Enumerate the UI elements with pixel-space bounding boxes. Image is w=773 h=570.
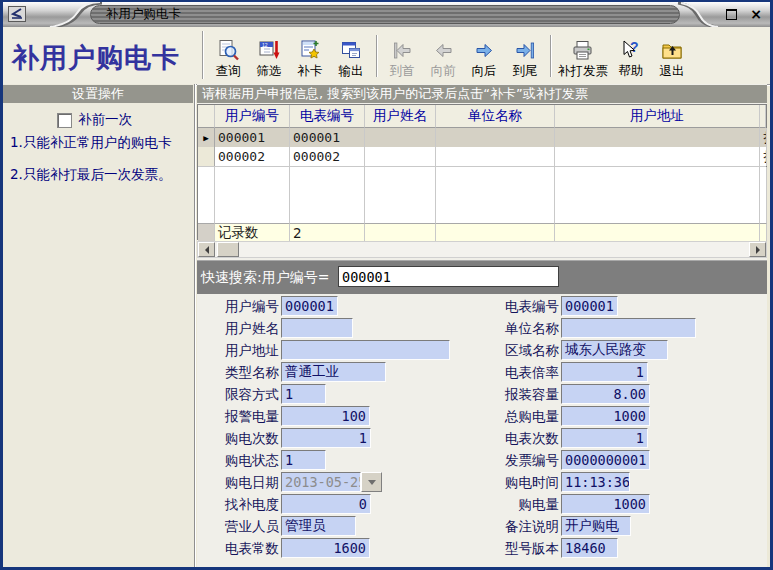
- field-label: 限容方式: [207, 386, 279, 404]
- col-clipped: [760, 105, 766, 128]
- nav-prev-label: 向前: [431, 63, 456, 78]
- user-address-field[interactable]: [281, 340, 450, 360]
- meter-id-field[interactable]: 000001: [561, 296, 618, 316]
- cell-address: [555, 128, 760, 147]
- filter-button[interactable]: 12 筛选: [249, 33, 289, 79]
- window-title-pill: 补用户购电卡: [90, 5, 680, 24]
- replace-card-label: 补卡: [298, 63, 323, 78]
- field-label: 购电时间: [487, 474, 559, 492]
- cell-user-name: [365, 128, 436, 147]
- cell-clipped: 扌: [760, 147, 767, 166]
- field-label: 电表次数: [487, 430, 559, 448]
- total-energy-field[interactable]: 1000: [561, 406, 650, 426]
- field-label: 购电量: [487, 496, 559, 514]
- filter-calendar-icon: 12: [258, 38, 281, 63]
- purchase-time-field[interactable]: 11:13:36: [561, 472, 630, 492]
- instruction-bar: 请根据用户申报信息, 搜索到该用户的记录后点击“补卡”或补打发票: [197, 85, 767, 103]
- col-user-name[interactable]: 用户姓名: [365, 105, 436, 128]
- help-button[interactable]: ? 帮助: [611, 33, 651, 79]
- user-id-field[interactable]: 000001: [281, 296, 338, 316]
- col-meter-id[interactable]: 电表编号: [290, 105, 365, 128]
- nav-last-icon: [514, 38, 537, 63]
- search-input[interactable]: [338, 266, 559, 287]
- help-cursor-icon: ?: [620, 38, 643, 63]
- app-logo-icon: [8, 6, 26, 26]
- row-selector: [198, 147, 215, 166]
- field-label: 备注说明: [487, 518, 559, 536]
- field-label: 找补电度: [207, 496, 279, 514]
- nav-next-label: 向后: [472, 63, 497, 78]
- pre-once-checkbox-row[interactable]: 补前一次: [57, 111, 132, 129]
- alarm-energy-field[interactable]: 100: [281, 406, 370, 426]
- field-label: 型号版本: [487, 540, 559, 558]
- col-address[interactable]: 用户地址: [555, 105, 760, 128]
- meter-constant-field[interactable]: 1600: [281, 538, 370, 558]
- user-name-field[interactable]: [281, 318, 353, 338]
- print-invoice-button[interactable]: 补打发票: [556, 33, 610, 79]
- nav-next-icon: [473, 38, 496, 63]
- model-version-field[interactable]: 18460: [561, 538, 618, 558]
- meter-count-field[interactable]: 1: [561, 428, 648, 448]
- close-button[interactable]: ×: [750, 7, 762, 21]
- toolbar-separator: [550, 35, 551, 77]
- invoice-no-field[interactable]: 0000000001: [561, 450, 650, 470]
- scroll-left-button[interactable]: [198, 242, 215, 257]
- page-title: 补用户购电卡: [12, 40, 180, 76]
- grid-empty-area: [198, 166, 766, 223]
- meter-ratio-field[interactable]: 1: [561, 362, 648, 382]
- nav-first-button: 到首: [382, 33, 422, 79]
- printer-icon: [571, 38, 595, 63]
- checkbox-unchecked[interactable]: [57, 113, 72, 128]
- adjust-energy-field[interactable]: 0: [281, 494, 371, 514]
- grid-selector-header: [198, 105, 215, 128]
- replace-card-button[interactable]: 补卡: [290, 33, 330, 79]
- field-label: 购电日期: [207, 474, 279, 492]
- record-count-value: 2: [290, 223, 365, 241]
- query-label: 查询: [216, 63, 241, 78]
- checkbox-label: 补前一次: [78, 111, 132, 129]
- col-user-id[interactable]: 用户编号: [215, 105, 290, 128]
- field-label: 报装容量: [487, 386, 559, 404]
- installed-capacity-field[interactable]: 8.00: [561, 384, 650, 404]
- purchase-energy-field[interactable]: 1000: [561, 494, 650, 514]
- limit-mode-field[interactable]: 1: [281, 384, 326, 404]
- export-button[interactable]: 输出: [331, 33, 371, 79]
- purchase-date-combo[interactable]: 2013-05-25: [281, 472, 361, 492]
- field-label: 用户姓名: [207, 320, 279, 338]
- scroll-right-button[interactable]: [749, 242, 766, 257]
- region-name-field[interactable]: 城东人民路变: [561, 340, 668, 360]
- purchase-count-field[interactable]: 1: [281, 428, 371, 448]
- header-divider: [202, 31, 203, 79]
- export-icon: [340, 38, 363, 63]
- operator-field[interactable]: 管理员: [281, 516, 356, 536]
- date-dropdown-button[interactable]: [361, 472, 382, 492]
- horizontal-scrollbar[interactable]: [197, 241, 767, 258]
- title-bar[interactable]: 补用户购电卡 ×: [2, 2, 771, 27]
- nav-last-button[interactable]: 到尾: [505, 33, 545, 79]
- sidebar: 设置操作 补前一次 1.只能补正常用户的购电卡 2.只能补打最后一次发票。: [2, 84, 194, 567]
- table-row[interactable]: ▶ 000001 000001 扌: [198, 128, 766, 147]
- sidebar-note-2: 2.只能补打最后一次发票。: [10, 166, 171, 184]
- field-label: 电表编号: [487, 298, 559, 316]
- maximize-button[interactable]: [726, 9, 737, 20]
- field-label: 类型名称: [207, 364, 279, 382]
- toolbar: 查询 12 筛选: [208, 29, 692, 82]
- exit-button[interactable]: 退出: [652, 33, 692, 79]
- grid-header-row: 用户编号 电表编号 用户姓名 单位名称 用户地址: [198, 105, 766, 128]
- search-icon: [217, 38, 240, 63]
- scrollbar-thumb[interactable]: [217, 242, 239, 257]
- field-label: 电表倍率: [487, 364, 559, 382]
- col-unit-name[interactable]: 单位名称: [436, 105, 555, 128]
- remark-field[interactable]: 开户购电: [561, 516, 631, 536]
- purchase-status-field[interactable]: 1: [281, 450, 326, 470]
- unit-name-field[interactable]: [561, 318, 696, 338]
- help-label: 帮助: [619, 63, 644, 78]
- nav-prev-icon: [432, 38, 455, 63]
- type-name-field[interactable]: 普通工业: [281, 362, 386, 382]
- cell-meter-id: 000002: [290, 147, 365, 166]
- nav-next-button[interactable]: 向后: [464, 33, 504, 79]
- export-label: 输出: [339, 63, 364, 78]
- field-label: 单位名称: [487, 320, 559, 338]
- table-row[interactable]: 000002 000002 扌: [198, 147, 766, 166]
- query-button[interactable]: 查询: [208, 33, 248, 79]
